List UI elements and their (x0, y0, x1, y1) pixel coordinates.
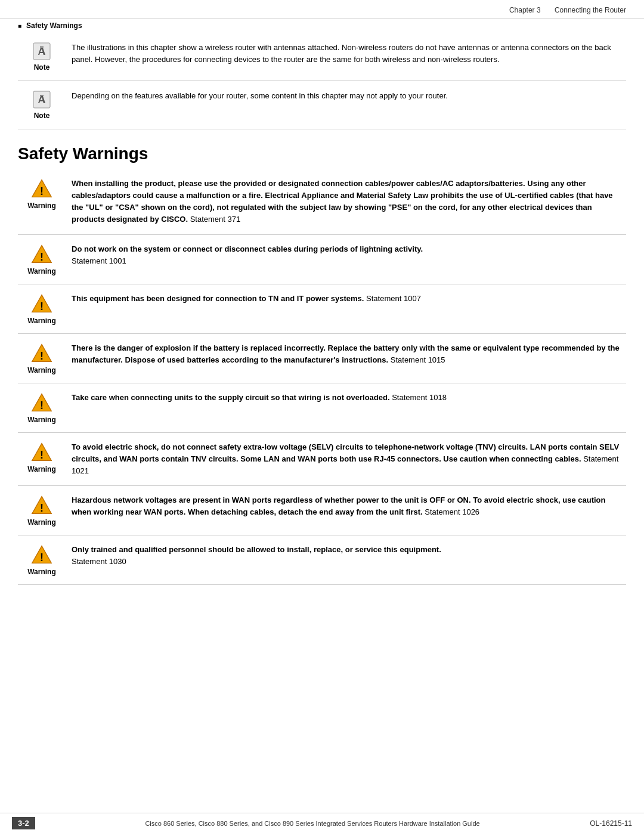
warning-triangle-icon-2: ! (31, 243, 52, 265)
warning-normal-4: Statement 1015 (388, 355, 445, 364)
chapter-title: Connecting the Router (555, 6, 626, 14)
warning-row-4: ! Warning There is the danger of explosi… (18, 334, 626, 383)
warning-row-7: ! Warning Hazardous network voltages are… (18, 486, 626, 535)
svg-text:!: ! (40, 448, 44, 460)
note-icon-col-1: Note (18, 42, 66, 72)
warning-icon-col-1: ! Warning (18, 178, 66, 210)
warning-normal-3: Statement 1007 (364, 294, 420, 303)
pencil-icon-1 (32, 42, 51, 61)
warning-triangle-icon-6: ! (31, 441, 52, 463)
warning-text-8: Only trained and qualified personnel sho… (66, 544, 626, 568)
pencil-icon-2 (32, 90, 51, 109)
chapter-number: Chapter 3 (509, 6, 541, 14)
warning-icon-col-3: ! Warning (18, 293, 66, 325)
note-row-1: Note The illustrations in this chapter s… (18, 33, 626, 81)
warning-row-6: ! Warning To avoid electric shock, do no… (18, 433, 626, 486)
warning-text-1: When installing the product, please use … (66, 178, 626, 226)
warning-normal-8: Statement 1030 (72, 557, 126, 566)
warning-triangle-icon-3: ! (31, 293, 52, 314)
warning-icon-col-8: ! Warning (18, 544, 66, 576)
note-icon-col-2: Note (18, 90, 66, 120)
warning-text-5: Take care when connecting units to the s… (66, 392, 626, 404)
warning-triangle-icon-5: ! (31, 392, 52, 413)
warning-label-5: Warning (27, 416, 56, 424)
page-footer: 3-2 Cisco 860 Series, Cisco 880 Series, … (0, 813, 644, 833)
warning-bold-1: When installing the product, please use … (72, 179, 613, 224)
warning-text-2: Do not work on the system or connect or … (66, 243, 626, 267)
warning-normal-7: Statement 1026 (423, 507, 479, 516)
svg-text:!: ! (40, 399, 44, 411)
warning-normal-1: Statement 371 (188, 215, 240, 224)
svg-text:!: ! (40, 502, 44, 514)
note-label-2: Note (34, 112, 50, 120)
warning-bold-8: Only trained and qualified personnel sho… (72, 545, 441, 554)
svg-text:!: ! (40, 250, 44, 262)
warning-icon-col-4: ! Warning (18, 342, 66, 374)
warning-icon-col-6: ! Warning (18, 441, 66, 473)
warning-icon-col-7: ! Warning (18, 494, 66, 527)
chapter-label: Chapter 3 Connecting the Router (497, 6, 626, 14)
svg-rect-1 (40, 47, 44, 48)
note-text-2: Depending on the features available for … (66, 90, 626, 102)
warning-icon-col-5: ! Warning (18, 392, 66, 424)
warning-text-6: To avoid electric shock, do not connect … (66, 441, 626, 477)
warning-triangle-icon-4: ! (31, 342, 52, 364)
svg-text:!: ! (40, 185, 44, 197)
sub-header: Safety Warnings (0, 18, 644, 33)
warning-label-1: Warning (27, 202, 56, 210)
note-text-1: The illustrations in this chapter show a… (66, 42, 626, 65)
section-title: Safety Warnings (18, 144, 626, 163)
warning-normal-2: Statement 1001 (72, 256, 126, 265)
warning-bold-4: There is the danger of explosion if the … (72, 343, 620, 364)
main-content: Note The illustrations in this chapter s… (0, 33, 644, 597)
warning-bold-5: Take care when connecting units to the s… (72, 393, 390, 402)
sub-header-label: Safety Warnings (26, 21, 82, 30)
warning-label-2: Warning (27, 267, 56, 275)
warning-label-4: Warning (27, 366, 56, 374)
svg-text:!: ! (40, 300, 44, 312)
warning-row-8: ! Warning Only trained and qualified per… (18, 535, 626, 585)
warning-row-5: ! Warning Take care when connecting unit… (18, 383, 626, 433)
warning-label-6: Warning (27, 465, 56, 473)
warning-row-3: ! Warning This equipment has been design… (18, 284, 626, 334)
warning-row-2: ! Warning Do not work on the system or c… (18, 235, 626, 284)
doc-number: OL-16215-11 (590, 819, 632, 828)
warning-bold-6: To avoid electric shock, do not connect … (72, 442, 619, 463)
warning-label-8: Warning (27, 568, 56, 576)
warning-triangle-icon-8: ! (31, 544, 52, 565)
warning-text-4: There is the danger of explosion if the … (66, 342, 626, 366)
warning-bold-2: Do not work on the system or connect or … (72, 244, 423, 253)
warning-label-7: Warning (27, 518, 56, 527)
warning-text-3: This equipment has been designed for con… (66, 293, 626, 305)
svg-rect-3 (40, 95, 44, 96)
note-row-2: Note Depending on the features available… (18, 81, 626, 129)
footer-center-text: Cisco 860 Series, Cisco 880 Series, and … (35, 820, 590, 827)
warning-triangle-icon-1: ! (31, 178, 52, 199)
warning-row-1: ! Warning When installing the product, p… (18, 169, 626, 235)
warning-label-3: Warning (27, 317, 56, 325)
warning-text-7: Hazardous network voltages are present i… (66, 494, 626, 518)
svg-text:!: ! (40, 552, 44, 563)
warning-icon-col-2: ! Warning (18, 243, 66, 275)
warning-bold-7: Hazardous network voltages are present i… (72, 496, 606, 516)
warning-normal-5: Statement 1018 (390, 393, 447, 402)
warning-triangle-icon-7: ! (31, 494, 52, 516)
warning-bold-3: This equipment has been designed for con… (72, 294, 364, 303)
page-number: 3-2 (12, 817, 35, 829)
note-label-1: Note (34, 63, 50, 72)
page-header: Chapter 3 Connecting the Router (0, 0, 644, 18)
svg-text:!: ! (40, 349, 44, 361)
